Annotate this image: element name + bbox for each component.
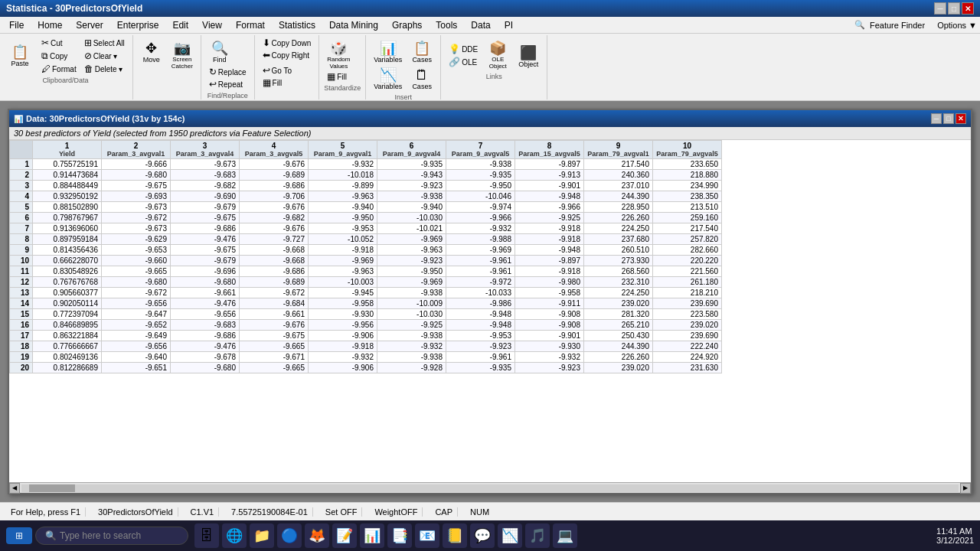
menu-edit[interactable]: Edit [166, 18, 194, 32]
menu-home[interactable]: Home [31, 18, 68, 32]
cell-value[interactable]: -9.948 [515, 245, 584, 256]
horizontal-scrollbar[interactable]: ◀ ▶ [9, 482, 971, 493]
cell-value[interactable]: -9.476 [171, 341, 240, 352]
cell-value[interactable]: -9.918 [309, 245, 377, 256]
cell-value[interactable]: -9.676 [240, 320, 309, 331]
cell-value[interactable]: -9.901 [515, 331, 584, 341]
scroll-thumb[interactable] [29, 484, 75, 492]
cell-value[interactable]: -9.906 [309, 363, 377, 373]
cell-value[interactable]: -9.961 [446, 352, 515, 363]
cell-value[interactable]: -9.935 [446, 363, 515, 373]
cell-value[interactable]: -9.969 [377, 234, 446, 245]
cell-value[interactable]: -9.950 [309, 213, 377, 223]
cell-value[interactable]: -9.693 [102, 191, 171, 202]
cell-value[interactable]: 226.260 [584, 352, 653, 363]
cell-value[interactable]: -9.928 [377, 363, 446, 373]
cell-value[interactable]: 0.881502890 [33, 202, 102, 213]
cell-value[interactable]: -9.680 [102, 170, 171, 181]
cell-value[interactable]: -9.938 [446, 159, 515, 170]
cell-value[interactable]: -9.948 [446, 320, 515, 331]
taskbar-icon-file[interactable]: 🗄 [194, 523, 219, 548]
cell-value[interactable]: -9.908 [515, 309, 584, 320]
paste-button[interactable]: 📋 Paste [3, 44, 37, 69]
cell-value[interactable]: -9.629 [102, 234, 171, 245]
cell-value[interactable]: -9.940 [377, 202, 446, 213]
cell-value[interactable]: 0.913696060 [33, 223, 102, 234]
cell-value[interactable]: 265.210 [584, 320, 653, 331]
cell-value[interactable]: -9.689 [240, 277, 309, 288]
cell-value[interactable]: -9.666 [102, 159, 171, 170]
cell-value[interactable]: 239.690 [653, 331, 722, 341]
cell-value[interactable]: -9.672 [240, 288, 309, 298]
cell-value[interactable]: -9.476 [171, 298, 240, 309]
cell-value[interactable]: -9.966 [446, 213, 515, 223]
cell-value[interactable]: -9.938 [377, 191, 446, 202]
scroll-right-button[interactable]: ▶ [960, 483, 971, 494]
cell-value[interactable]: -9.897 [515, 256, 584, 266]
menu-data[interactable]: Data [465, 18, 496, 32]
variables-insert-button[interactable]: 📊 Variables [371, 40, 405, 65]
cell-value[interactable]: -9.963 [309, 191, 377, 202]
cell-value[interactable]: -9.923 [377, 256, 446, 266]
find-button[interactable]: 🔍 Find [206, 40, 234, 65]
cell-value[interactable]: -9.682 [240, 213, 309, 223]
cell-value[interactable]: 0.897959184 [33, 234, 102, 245]
cell-value[interactable]: -9.974 [446, 202, 515, 213]
inner-close-button[interactable]: ✕ [956, 113, 966, 124]
cell-value[interactable]: 237.010 [584, 181, 653, 191]
cell-value[interactable]: -9.958 [515, 288, 584, 298]
cell-value[interactable]: 233.650 [653, 159, 722, 170]
oleobj-button[interactable]: 📦 OLEObject [484, 40, 511, 71]
cell-value[interactable]: 0.914473684 [33, 170, 102, 181]
cell-value[interactable]: 282.660 [653, 245, 722, 256]
goto-button[interactable]: ↩ Go To [260, 64, 296, 77]
cell-value[interactable]: 0.812286689 [33, 363, 102, 373]
cell-value[interactable]: -9.925 [377, 320, 446, 331]
cell-value[interactable]: 0.772397094 [33, 309, 102, 320]
start-button[interactable]: ⊞ [6, 527, 32, 544]
cell-value[interactable]: -9.963 [309, 266, 377, 277]
delete-button[interactable]: 🗑 Delete ▾ [81, 63, 128, 75]
selectall-button[interactable]: ⊞ Select All [81, 37, 128, 49]
random-button[interactable]: 🎲 RandomValues [324, 40, 353, 71]
cell-value[interactable]: 0.666228070 [33, 256, 102, 266]
cell-value[interactable]: -9.969 [446, 245, 515, 256]
cell-value[interactable]: 226.260 [584, 213, 653, 223]
cell-value[interactable]: -9.675 [102, 181, 171, 191]
cell-value[interactable]: -9.899 [309, 181, 377, 191]
cell-value[interactable]: -9.950 [446, 181, 515, 191]
cell-value[interactable]: -9.653 [102, 245, 171, 256]
menu-enterprise[interactable]: Enterprise [111, 18, 165, 32]
scroll-left-button[interactable]: ◀ [9, 483, 20, 494]
cell-value[interactable]: -10.033 [446, 288, 515, 298]
taskbar-icon-vs[interactable]: 💻 [553, 523, 577, 548]
cell-value[interactable]: 224.250 [584, 223, 653, 234]
cell-value[interactable]: -9.948 [446, 309, 515, 320]
cell-value[interactable]: -9.680 [171, 363, 240, 373]
cell-value[interactable]: 217.540 [653, 223, 722, 234]
cell-value[interactable]: -9.656 [171, 309, 240, 320]
menu-statistics[interactable]: Statistics [273, 18, 322, 32]
cell-value[interactable]: -9.683 [171, 320, 240, 331]
cell-value[interactable]: -9.684 [240, 298, 309, 309]
taskbar-icon-chrome[interactable]: 🔵 [277, 523, 302, 548]
cell-value[interactable]: -9.953 [446, 331, 515, 341]
cell-value[interactable]: -9.913 [515, 170, 584, 181]
cell-value[interactable]: -9.923 [446, 341, 515, 352]
dde-button[interactable]: 💡 DDE [446, 43, 481, 55]
menu-format[interactable]: Format [230, 18, 271, 32]
cell-value[interactable]: 259.160 [653, 213, 722, 223]
cell-value[interactable]: -9.969 [309, 256, 377, 266]
menu-file[interactable]: File [3, 18, 30, 32]
cell-value[interactable]: 238.350 [653, 191, 722, 202]
cell-value[interactable]: -9.932 [309, 352, 377, 363]
cell-value[interactable]: 0.814356436 [33, 245, 102, 256]
cell-value[interactable]: -9.686 [240, 181, 309, 191]
fill-button[interactable]: ▦ Fill [260, 77, 286, 89]
fill-std-button[interactable]: ▦ Fill [324, 70, 350, 83]
cell-value[interactable]: 239.690 [653, 298, 722, 309]
cell-value[interactable]: -9.690 [171, 191, 240, 202]
cell-value[interactable]: 239.020 [584, 363, 653, 373]
cell-value[interactable]: 0.846689895 [33, 320, 102, 331]
inner-minimize-button[interactable]: ─ [931, 113, 942, 124]
